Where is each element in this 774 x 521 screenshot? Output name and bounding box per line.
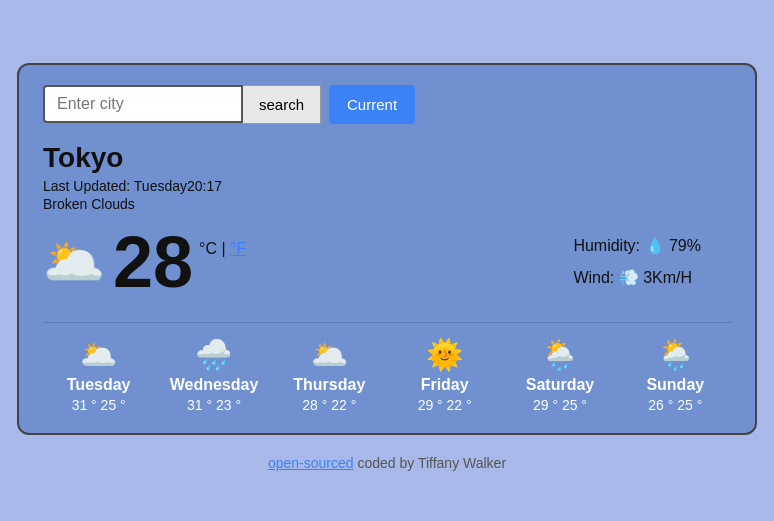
footer-text: coded by Tiffany Walker (354, 455, 507, 471)
day-temps: 26 ° 25 ° (648, 397, 702, 413)
forecast-icon: 🌥️ (311, 337, 348, 372)
forecast-icon: 🌥️ (80, 337, 117, 372)
forecast-icon: 🌦️ (657, 337, 694, 372)
current-button[interactable]: Current (329, 85, 415, 124)
day-name: Friday (421, 376, 469, 394)
day-temps: 28 ° 22 ° (302, 397, 356, 413)
celsius-unit: °C (199, 240, 217, 257)
fahrenheit-link[interactable]: °F (230, 240, 246, 257)
weather-condition: Broken Clouds (43, 196, 731, 212)
humidity-value: 79% (669, 237, 701, 254)
weather-details: Humidity: 💧 79% Wind: 💨 3Km/H (573, 230, 701, 294)
wind-label: Wind: (573, 269, 614, 286)
humidity-label: Humidity: (573, 237, 640, 254)
day-temps: 31 ° 25 ° (72, 397, 126, 413)
humidity-icon: 💧 (645, 237, 669, 254)
search-row: search Current (43, 85, 731, 124)
day-temps: 31 ° 23 ° (187, 397, 241, 413)
day-name: Thursday (293, 376, 365, 394)
forecast-day: 🌞 Friday 29 ° 22 ° (400, 337, 490, 413)
wind-icon: 💨 (619, 269, 643, 286)
temp-units: °C | °F (199, 240, 246, 258)
forecast-day: 🌥️ Tuesday 31 ° 25 ° (54, 337, 144, 413)
forecast-icon: 🌞 (426, 337, 463, 372)
footer: open-sourced coded by Tiffany Walker (268, 455, 506, 471)
wind-row: Wind: 💨 3Km/H (573, 262, 701, 294)
forecast-day: 🌧️ Wednesday 31 ° 23 ° (169, 337, 259, 413)
open-source-link[interactable]: open-sourced (268, 455, 354, 471)
day-name: Tuesday (67, 376, 131, 394)
day-temps: 29 ° 22 ° (418, 397, 472, 413)
weather-main: 🌥️ 28 °C | °F Humidity: 💧 79% Wind: 💨 3K… (43, 226, 731, 298)
search-button[interactable]: search (243, 85, 321, 124)
day-name: Saturday (526, 376, 594, 394)
day-name: Wednesday (170, 376, 259, 394)
main-weather-icon: 🌥️ (43, 233, 105, 291)
forecast-day: 🌦️ Sunday 26 ° 25 ° (630, 337, 720, 413)
forecast-row: 🌥️ Tuesday 31 ° 25 ° 🌧️ Wednesday 31 ° 2… (43, 322, 731, 413)
city-name: Tokyo (43, 142, 731, 174)
forecast-day: 🌦️ Saturday 29 ° 25 ° (515, 337, 605, 413)
forecast-icon: 🌧️ (195, 337, 232, 372)
city-input[interactable] (43, 85, 243, 123)
forecast-icon: 🌦️ (541, 337, 578, 372)
wind-value: 3Km/H (643, 269, 692, 286)
forecast-day: 🌥️ Thursday 28 ° 22 ° (284, 337, 374, 413)
main-temperature: 28 (113, 226, 193, 298)
weather-card: search Current Tokyo Last Updated: Tuesd… (17, 63, 757, 435)
day-name: Sunday (646, 376, 704, 394)
last-updated: Last Updated: Tuesday20:17 (43, 178, 731, 194)
humidity-row: Humidity: 💧 79% (573, 230, 701, 262)
day-temps: 29 ° 25 ° (533, 397, 587, 413)
unit-separator: | (217, 240, 230, 257)
